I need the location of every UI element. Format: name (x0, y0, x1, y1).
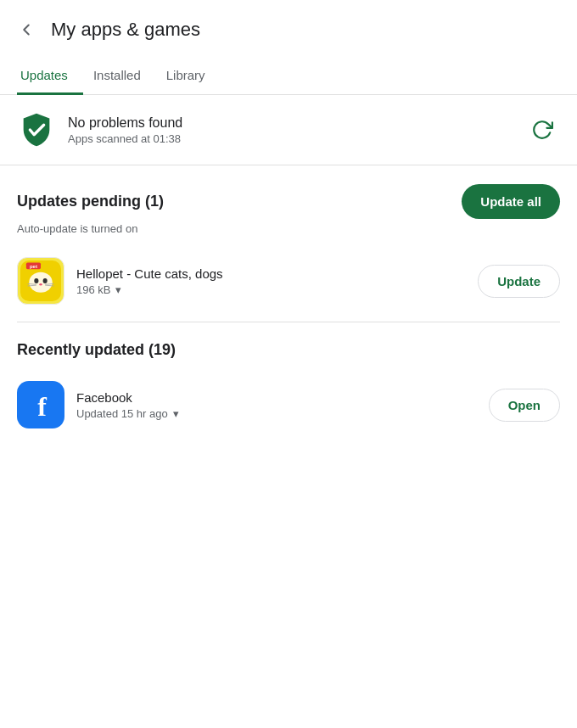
svg-point-6 (39, 283, 42, 286)
svg-point-1 (29, 272, 52, 293)
shield-icon (17, 110, 56, 149)
updates-pending-title: Updates pending (1) (17, 193, 164, 210)
refresh-icon (531, 119, 553, 141)
security-title: No problems found (68, 115, 524, 131)
hellopet-icon: pet (17, 257, 64, 305)
hellopet-app-icon: pet (20, 260, 61, 301)
facebook-info: Facebook Updated 15 hr ago ▾ (76, 390, 480, 420)
security-subtitle: Apps scanned at 01:38 (68, 132, 524, 145)
security-text: No problems found Apps scanned at 01:38 (68, 115, 524, 145)
back-button[interactable] (14, 15, 44, 44)
svg-text:pet: pet (30, 264, 37, 269)
recently-updated-section: Recently updated (19) f Facebook Updated… (0, 322, 577, 445)
hellopet-meta: 196 kB ▾ (76, 283, 469, 296)
page-title: My apps & games (51, 19, 200, 41)
header: My apps & games (0, 0, 577, 56)
tabs-container: Updates Installed Library (0, 56, 577, 95)
facebook-chevron-icon[interactable]: ▾ (173, 407, 179, 420)
tab-library[interactable]: Library (163, 56, 221, 95)
svg-point-4 (34, 278, 38, 283)
refresh-button[interactable] (524, 112, 560, 148)
app-item-hellopet: pet Hellopet - Cute cats, dogs 196 kB ▾ … (17, 249, 560, 313)
recently-updated-title: Recently updated (19) (17, 341, 560, 359)
hellopet-chevron-icon[interactable]: ▾ (115, 283, 121, 296)
facebook-open-button[interactable]: Open (489, 389, 560, 422)
hellopet-name: Hellopet - Cute cats, dogs (76, 266, 297, 281)
hellopet-info: Hellopet - Cute cats, dogs 196 kB ▾ (76, 266, 469, 296)
facebook-name: Facebook (76, 390, 297, 405)
facebook-updated: Updated 15 hr ago (76, 407, 168, 420)
svg-point-5 (43, 278, 48, 283)
hellopet-size: 196 kB (76, 283, 110, 296)
security-banner: No problems found Apps scanned at 01:38 (0, 95, 577, 165)
facebook-meta: Updated 15 hr ago ▾ (76, 407, 480, 420)
facebook-f-letter: f (37, 393, 47, 420)
update-all-button[interactable]: Update all (462, 184, 560, 219)
updates-pending-header: Updates pending (1) Update all (17, 184, 560, 219)
updates-pending-section: Updates pending (1) Update all Auto-upda… (0, 165, 577, 322)
facebook-icon: f (17, 381, 64, 428)
app-item-facebook: f Facebook Updated 15 hr ago ▾ Open (17, 372, 560, 437)
updates-pending-subtitle: Auto-update is turned on (17, 222, 560, 235)
back-icon (17, 20, 36, 39)
tab-installed[interactable]: Installed (90, 56, 156, 95)
hellopet-update-button[interactable]: Update (478, 265, 560, 298)
tab-updates[interactable]: Updates (17, 56, 83, 95)
